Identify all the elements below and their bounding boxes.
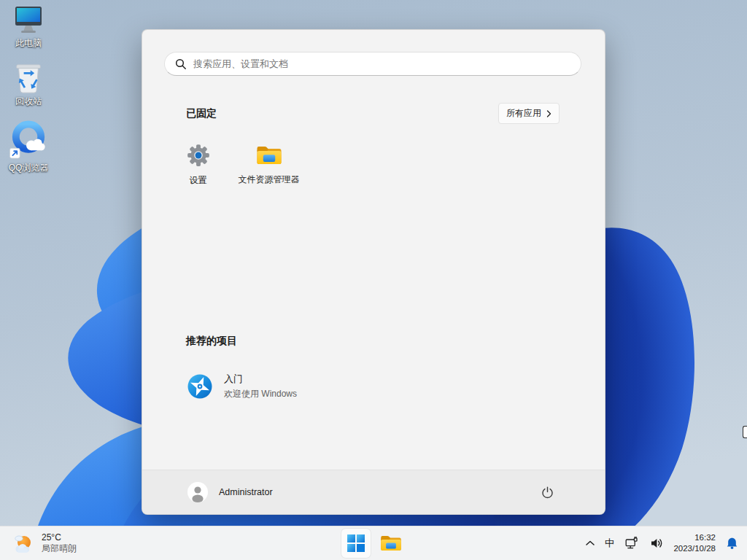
desktop-icon-label: 回收站 [15, 96, 42, 106]
desktop-icon-this-pc[interactable]: 此电脑 [4, 4, 53, 48]
tray-show-hidden-icons-button[interactable] [581, 529, 600, 557]
clock-time: 16:32 [673, 532, 716, 543]
get-started-icon [187, 373, 213, 400]
start-button[interactable] [341, 529, 371, 558]
pinned-title: 已固定 [186, 107, 217, 120]
notification-bell-icon [725, 537, 739, 551]
all-apps-button[interactable]: 所有应用 [498, 103, 560, 124]
chevron-right-icon [546, 110, 551, 117]
taskbar-center [341, 526, 406, 560]
recommended-title: 推荐的项目 [186, 335, 237, 348]
start-search-box[interactable] [164, 52, 581, 76]
pinned-section-header: 已固定 所有应用 [186, 103, 560, 124]
ethernet-network-icon [624, 536, 639, 551]
ime-mode-label: 中 [605, 537, 615, 550]
weather-icon [12, 532, 35, 555]
pinned-apps-grid: 设置 文件资源管理器 [163, 133, 304, 197]
user-name: Administrator [219, 487, 273, 497]
chevron-up-icon [586, 540, 595, 546]
volume-button[interactable] [644, 529, 669, 557]
taskbar: 25°C 局部晴朗 [0, 526, 747, 560]
weather-widget[interactable]: 25°C 局部晴朗 [7, 526, 81, 560]
desktop: 此电脑 回收站 [0, 0, 747, 560]
clock-button[interactable]: 16:32 2023/10/28 [669, 532, 720, 554]
power-button[interactable] [535, 480, 560, 505]
recycle-bin-icon [12, 61, 44, 95]
desktop-icon-recycle-bin[interactable]: 回收站 [4, 61, 53, 106]
this-pc-icon [13, 4, 44, 36]
file-explorer-icon [380, 534, 402, 553]
windows-logo-icon [347, 534, 365, 552]
weather-temperature: 25°C [42, 532, 77, 543]
desktop-icon-list: 此电脑 回收站 [4, 4, 53, 173]
start-menu: 已固定 所有应用 [142, 29, 605, 515]
speaker-volume-icon [649, 536, 664, 551]
pinned-app-settings[interactable]: 设置 [163, 133, 233, 197]
all-apps-label: 所有应用 [506, 107, 541, 120]
clock-date: 2023/10/28 [673, 543, 716, 554]
pinned-app-file-explorer[interactable]: 文件资源管理器 [233, 133, 304, 197]
pinned-app-label: 文件资源管理器 [239, 174, 300, 186]
avatar [187, 482, 208, 502]
desktop-icon-label: QQ浏览器 [9, 163, 49, 173]
settings-gear-icon [186, 143, 211, 168]
recommended-item-get-started[interactable]: 入门 欢迎使用 Windows [174, 365, 393, 408]
ime-indicator-button[interactable]: 中 [600, 529, 620, 557]
power-icon [541, 486, 554, 499]
notifications-button[interactable] [720, 529, 744, 557]
search-input[interactable] [193, 58, 570, 69]
system-tray: 中 [581, 526, 744, 560]
desktop-icon-qq-browser[interactable]: QQ浏览器 [4, 120, 53, 173]
search-icon [175, 58, 187, 70]
recommended-section-header: 推荐的项目 [186, 335, 560, 348]
start-user-bar: Administrator [142, 470, 605, 514]
recommended-item-subtitle: 欢迎使用 Windows [224, 388, 297, 400]
desktop-icon-label: 此电脑 [15, 38, 42, 48]
recommended-item-title: 入门 [224, 373, 297, 386]
edge-panel-handle[interactable] [743, 426, 747, 438]
pinned-app-label: 设置 [190, 174, 207, 187]
user-account-button[interactable]: Administrator [187, 482, 273, 502]
qq-browser-icon [9, 120, 48, 161]
network-button[interactable] [619, 529, 644, 557]
weather-condition: 局部晴朗 [42, 543, 77, 554]
taskbar-file-explorer-button[interactable] [376, 529, 406, 558]
file-explorer-icon [256, 144, 282, 167]
